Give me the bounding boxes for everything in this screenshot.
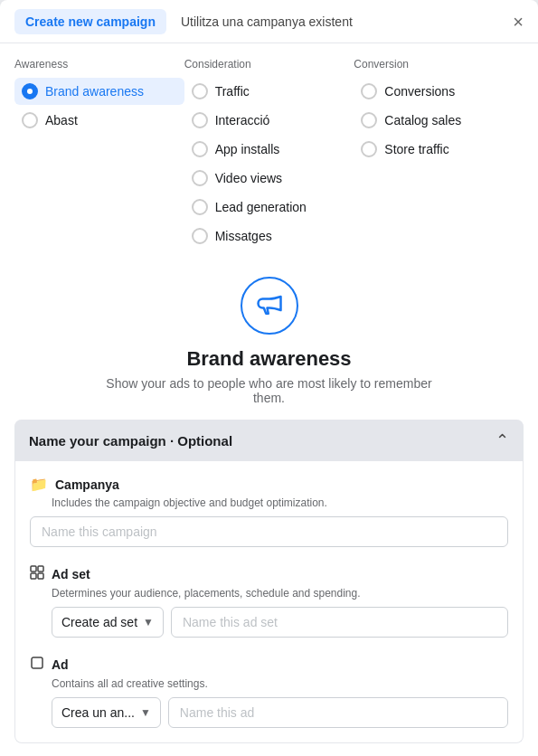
svg-rect-3 [38, 573, 43, 579]
label-abast: Abast [45, 113, 78, 128]
create-campaign-modal: Create new campaign Utilitza una campany… [0, 0, 538, 756]
naming-body: 📁 Campanya Includes the campaign objecti… [14, 461, 524, 743]
radio-app-installs [192, 141, 208, 157]
option-catalog-sales[interactable]: Catalog sales [354, 107, 524, 134]
label-missatges: Missatges [215, 229, 272, 243]
radio-lead-generation [192, 199, 208, 215]
grid-icon [30, 565, 44, 583]
radio-interaccio [192, 112, 208, 128]
modal-header: Create new campaign Utilitza una campany… [0, 0, 538, 43]
ad-set-row-desc: Determines your audience, placements, sc… [52, 587, 508, 600]
ad-set-row-title: Ad set [52, 567, 90, 581]
label-traffic: Traffic [215, 84, 250, 99]
ad-row-header: Ad [30, 656, 508, 674]
conversion-label: Conversion [354, 58, 524, 71]
create-ad-set-dropdown[interactable]: Create ad set ▼ [52, 607, 164, 638]
campaign-row-desc: Includes the campaign objective and budg… [52, 496, 508, 509]
option-abast[interactable]: Abast [14, 107, 184, 134]
objective-title: Brand awareness [186, 347, 351, 371]
ad-dropdown-chevron-icon: ▼ [140, 706, 151, 719]
objectives-section: Awareness Brand awareness Abast Consider… [0, 43, 538, 259]
campaign-name-input[interactable] [30, 516, 508, 547]
tab-use-existing[interactable]: Utilitza una campanya existent [181, 14, 353, 29]
label-brand-awareness: Brand awareness [45, 84, 144, 99]
ad-set-naming-row: Ad set Determines your audience, placeme… [30, 565, 508, 638]
radio-conversions [361, 83, 377, 99]
naming-header[interactable]: Name your campaign · Optional ⌃ [14, 420, 524, 461]
naming-section: Name your campaign · Optional ⌃ 📁 Campan… [14, 420, 524, 743]
megaphone-icon [256, 292, 283, 319]
create-ad-dropdown[interactable]: Crea un an... ▼ [52, 697, 161, 728]
create-ad-label: Crea un an... [61, 705, 135, 720]
dropdown-chevron-icon: ▼ [143, 616, 154, 628]
awareness-column: Awareness Brand awareness Abast [14, 58, 184, 251]
svg-rect-2 [31, 573, 36, 579]
option-conversions[interactable]: Conversions [354, 78, 524, 105]
square-icon [30, 656, 44, 674]
ad-set-name-input[interactable] [171, 607, 508, 638]
radio-store-traffic [361, 141, 377, 157]
option-interaccio[interactable]: Interacció [184, 107, 354, 134]
objective-icon-circle [241, 277, 298, 335]
chevron-up-icon: ⌃ [496, 430, 509, 450]
option-brand-awareness[interactable]: Brand awareness [14, 78, 184, 105]
option-lead-generation[interactable]: Lead generation [184, 194, 354, 221]
objectives-grid: Awareness Brand awareness Abast Consider… [14, 58, 524, 251]
campaign-row-header: 📁 Campanya [30, 476, 508, 493]
tab-create-new[interactable]: Create new campaign [14, 9, 166, 34]
svg-rect-4 [32, 657, 42, 668]
close-button[interactable]: × [513, 13, 524, 31]
awareness-label: Awareness [14, 58, 184, 71]
ad-set-row-header: Ad set [30, 565, 508, 583]
radio-catalog-sales [361, 112, 377, 128]
label-video-views: Video views [215, 171, 282, 185]
folder-icon: 📁 [30, 476, 48, 493]
conversion-column: Conversion Conversions Catalog sales Sto… [354, 58, 524, 251]
campaign-row-title: Campanya [55, 477, 119, 492]
label-store-traffic: Store traffic [384, 142, 448, 156]
option-store-traffic[interactable]: Store traffic [354, 136, 524, 163]
svg-rect-0 [31, 566, 36, 572]
consideration-column: Consideration Traffic Interacció App ins… [184, 58, 354, 251]
naming-header-title: Name your campaign · Optional [29, 433, 232, 449]
objective-preview: Brand awareness Show your ads to people … [0, 259, 538, 420]
label-interaccio: Interacció [215, 113, 270, 128]
radio-traffic [192, 83, 208, 99]
label-app-installs: App installs [215, 142, 280, 156]
ad-inline-row: Crea un an... ▼ [52, 697, 508, 728]
radio-video-views [192, 170, 208, 186]
option-video-views[interactable]: Video views [184, 165, 354, 192]
ad-set-inline-row: Create ad set ▼ [52, 607, 508, 638]
ad-name-input[interactable] [168, 697, 508, 728]
radio-abast [22, 112, 38, 128]
ad-row-title: Ad [52, 657, 69, 672]
option-app-installs[interactable]: App installs [184, 136, 354, 163]
svg-rect-1 [38, 566, 43, 572]
option-missatges[interactable]: Missatges [184, 222, 354, 250]
campaign-naming-row: 📁 Campanya Includes the campaign objecti… [30, 476, 508, 547]
ad-naming-row: Ad Contains all ad creative settings. Cr… [30, 656, 508, 728]
consideration-label: Consideration [184, 58, 354, 71]
ad-row-desc: Contains all ad creative settings. [52, 677, 508, 690]
label-lead-generation: Lead generation [215, 200, 307, 214]
label-conversions: Conversions [384, 84, 455, 99]
create-ad-set-label: Create ad set [61, 615, 137, 629]
label-catalog-sales: Catalog sales [384, 113, 461, 128]
option-traffic[interactable]: Traffic [184, 78, 354, 105]
radio-missatges [192, 228, 208, 244]
objective-description: Show your ads to people who are most lik… [98, 376, 441, 405]
radio-brand-awareness [22, 83, 38, 99]
